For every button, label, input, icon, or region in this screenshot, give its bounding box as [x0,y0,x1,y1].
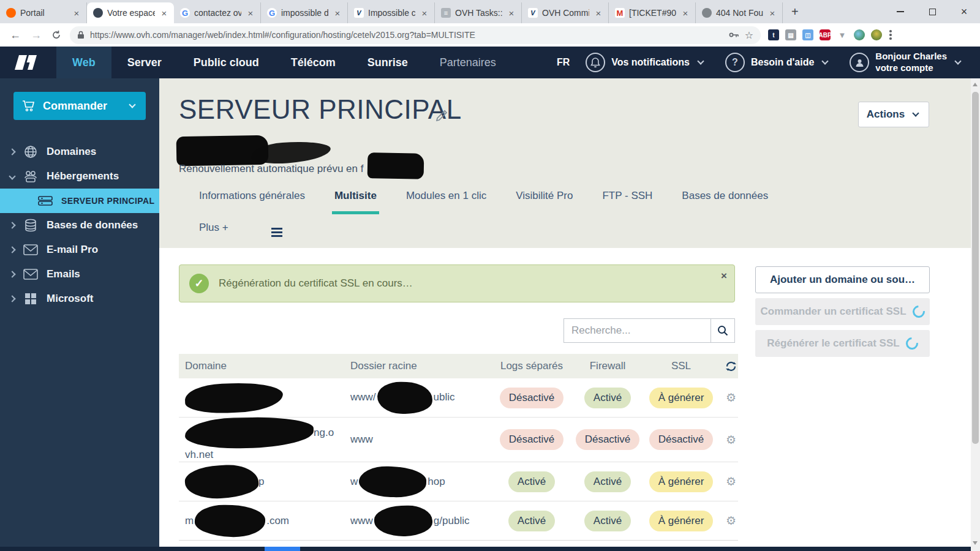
domain-cell[interactable]: m .com [185,505,350,537]
browser-tab-ovh-comm[interactable]: V OVH Commi × [522,2,609,23]
browser-tab-404[interactable]: 404 Not Fou × [696,2,783,23]
loading-spinner-icon [903,335,921,352]
account-greeting[interactable]: Bonjour Charles votre compte [875,51,947,74]
bell-icon[interactable] [586,53,605,72]
tab-menu-icon[interactable] [271,228,282,237]
notifications-label[interactable]: Vos notifications [611,57,690,68]
nav-item-public-cloud[interactable]: Public cloud [178,47,275,78]
vertical-scrollbar[interactable] [971,78,980,551]
tab-close-icon[interactable]: × [507,8,516,18]
redaction [368,152,424,179]
key-icon[interactable] [729,31,739,39]
table-row[interactable]: m .com www g/public Activé Activé À géné… [179,501,738,541]
tab-multisite[interactable]: Multisite [334,190,377,211]
table-row[interactable]: www/ ublic Désactivé Activé À générer ⚙ [179,378,738,418]
scroll-down-arrow-icon[interactable] [973,541,978,545]
browser-tab-ovh-tasks[interactable]: ≡ OVH Tasks:: × [435,2,522,23]
firewall-badge: Activé [584,511,631,531]
domain-cell[interactable]: p [185,465,350,498]
tab-close-icon[interactable]: × [246,8,255,18]
gear-icon[interactable]: ⚙ [726,391,736,405]
browser-tab-contactez[interactable]: G contactez ov × [174,2,261,23]
sidebar-item-email-pro[interactable]: E-mail Pro [0,238,159,262]
regen-ssl-button[interactable]: Régénérer le certificat SSL [755,330,930,357]
gear-icon[interactable]: ⚙ [726,474,736,489]
language-selector[interactable]: FR [557,57,570,68]
tab-plus[interactable]: Plus + [199,222,228,242]
sidebar-item-hebergements[interactable]: Hébergements [0,164,159,189]
tab-modules-en-1-clic[interactable]: Modules en 1 clic [406,190,486,211]
sidebar-item-bases-de-donnees[interactable]: Bases de données [0,213,159,238]
account-icon[interactable] [850,53,869,72]
blue-extension-icon[interactable]: ◫ [802,29,813,40]
refresh-icon[interactable] [725,361,737,372]
gear-icon[interactable]: ⚙ [726,433,736,447]
reload-icon[interactable] [51,30,61,40]
commander-button[interactable]: Commander [13,92,146,120]
search-input[interactable] [564,318,710,343]
bookmark-star-icon[interactable]: ☆ [745,29,753,41]
help-icon[interactable]: ? [725,53,745,72]
chevron-down-icon[interactable] [697,58,704,64]
twitter-extension-icon[interactable]: t [768,29,779,40]
table-row[interactable]: ng.o vh.net www Désactivé Désactivé Désa… [179,418,738,462]
address-input[interactable]: https://www.ovh.com/manager/web/index.ht… [70,26,761,44]
help-label[interactable]: Besoin d'aide [751,57,814,68]
tab-close-icon[interactable]: × [680,8,690,18]
tab-close-icon[interactable]: × [159,8,169,18]
tab-close-icon[interactable]: × [767,8,777,18]
browser-menu-icon[interactable] [889,30,892,40]
close-button[interactable]: × [948,0,980,23]
tab-visibilite-pro[interactable]: Visibilité Pro [516,190,573,211]
tab-ftp-ssh[interactable]: FTP - SSH [602,190,652,211]
browser-tab-votre-espace[interactable]: Votre espace × [87,2,174,23]
chevron-down-icon[interactable] [822,58,829,64]
adblock-icon[interactable]: ABP [820,29,831,40]
tab-close-icon[interactable]: × [420,8,429,18]
main-panel: SERVEUR PRINCIPAL Renouvellement automat… [159,78,971,547]
tab-close-icon[interactable]: × [594,8,603,18]
domain-cell[interactable] [185,383,350,413]
sidebar-item-domaines[interactable]: Domaines [0,140,159,164]
tab-close-icon[interactable]: × [333,8,342,18]
ovh-logo[interactable] [0,47,56,78]
maximize-button[interactable] [916,0,948,23]
add-domain-button[interactable]: Ajouter un domaine ou sou… [755,266,930,293]
scrollbar-thumb[interactable] [972,92,979,444]
forward-icon[interactable]: → [31,29,42,42]
tab-close-icon[interactable]: × [72,8,81,18]
sidebar-item-serveur-principal[interactable]: SERVEUR PRINCIPAL [0,189,159,213]
stack-extension-icon[interactable]: ▤ [785,29,796,40]
edit-pencil-icon[interactable] [434,108,450,124]
minimize-button[interactable] [884,0,916,23]
tab-title: [TICKET#907 [629,8,676,18]
nav-item-server[interactable]: Server [111,47,178,78]
gear-icon[interactable]: ⚙ [726,514,736,528]
nav-item-web[interactable]: Web [56,47,111,78]
nav-item-partenaires[interactable]: Partenaires [424,47,512,78]
actions-button[interactable]: Actions [858,102,929,127]
order-ssl-button[interactable]: Commander un certificat SSL [755,298,930,325]
browser-tab-impossible2[interactable]: V Impossible c × [348,2,435,23]
domain-cell[interactable]: ng.o vh.net [185,418,350,462]
v-extension-icon[interactable]: ▼ [837,29,848,40]
nav-item-telecom[interactable]: Télécom [275,47,352,78]
nav-item-sunrise[interactable]: Sunrise [352,47,424,78]
profile-avatar[interactable] [871,29,882,40]
firewall-badge: Activé [584,471,631,492]
search-button[interactable] [710,318,735,343]
browser-tab-impossible[interactable]: G impossible d × [261,2,348,23]
back-icon[interactable]: ← [10,29,21,42]
table-row[interactable]: p w hop Activé Activé À générer ⚙ [179,462,738,501]
alert-close-icon[interactable]: × [721,270,727,282]
idm-extension-icon[interactable] [854,29,865,40]
tab-informations-generales[interactable]: Informations générales [199,190,305,211]
browser-tab-ticket[interactable]: M [TICKET#907 × [609,2,696,23]
tab-bases-de-donnees[interactable]: Bases de données [682,190,768,211]
new-tab-button[interactable]: + [791,5,799,19]
scroll-up-arrow-icon[interactable] [973,83,978,86]
sidebar-item-emails[interactable]: Emails [0,262,159,287]
browser-tab-portail[interactable]: Portail × [0,2,87,23]
sidebar-item-microsoft[interactable]: Microsoft [0,287,159,311]
chevron-down-icon[interactable] [954,58,961,64]
